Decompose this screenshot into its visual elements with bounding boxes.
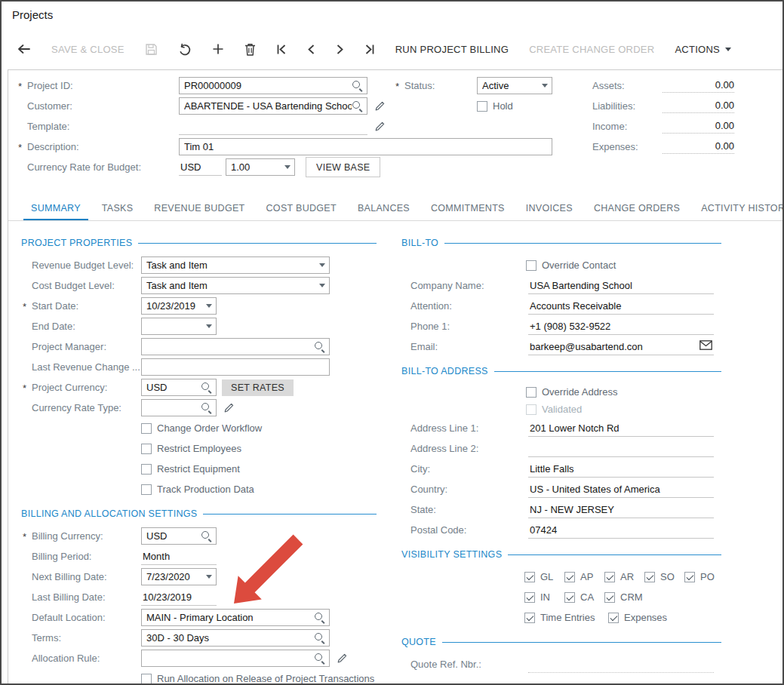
- tab-balances[interactable]: BALANCES: [350, 195, 417, 221]
- tab-revenue-budget[interactable]: REVENUE BUDGET: [146, 195, 252, 221]
- tab-activity-history[interactable]: ACTIVITY HISTORY: [693, 195, 782, 221]
- end-date-picker[interactable]: [141, 318, 217, 335]
- restrict-employees-checkbox[interactable]: [141, 444, 152, 454]
- gl-checkbox[interactable]: [524, 572, 535, 582]
- search-icon[interactable]: [201, 382, 212, 393]
- in-checkbox[interactable]: [524, 592, 535, 603]
- undo-button[interactable]: [178, 43, 192, 56]
- view-base-button[interactable]: VIEW BASE: [306, 157, 380, 177]
- next-record-button[interactable]: [336, 44, 344, 55]
- state-label: State:: [401, 504, 528, 515]
- edit-allocation-rule-button[interactable]: [337, 653, 348, 664]
- set-rates-button[interactable]: SET RATES: [222, 379, 294, 396]
- crm-checkbox[interactable]: [604, 592, 615, 603]
- address-line2-input[interactable]: [528, 441, 714, 457]
- liabilities-label: Liabilities:: [592, 100, 663, 112]
- search-icon[interactable]: [201, 530, 212, 542]
- last-revenue-change-input[interactable]: [141, 358, 330, 376]
- visibility-in: IN: [524, 591, 564, 603]
- ca-checkbox[interactable]: [564, 592, 575, 603]
- email-input[interactable]: barkeep@usabartend.con: [528, 339, 714, 355]
- send-email-button[interactable]: [699, 340, 712, 352]
- previous-record-button[interactable]: [307, 44, 315, 55]
- ca-label: CA: [580, 591, 594, 603]
- default-location-input[interactable]: MAIN - Primary Location: [141, 609, 330, 626]
- description-input[interactable]: Tim 01: [179, 138, 552, 155]
- project-currency-input[interactable]: USD: [141, 379, 217, 396]
- allocation-rule-input[interactable]: [141, 650, 330, 667]
- country-input[interactable]: US - United States of America: [528, 481, 714, 498]
- customer-label: Customer:: [17, 100, 179, 112]
- change-order-workflow-checkbox[interactable]: [141, 423, 152, 434]
- track-production-data-checkbox[interactable]: [141, 484, 152, 495]
- search-icon[interactable]: [352, 100, 363, 112]
- customer-input[interactable]: ABARTENDE - USA Bartending School: [179, 97, 367, 115]
- search-icon[interactable]: [201, 402, 212, 413]
- add-button[interactable]: [212, 43, 224, 55]
- restrict-equipment-checkbox[interactable]: [141, 464, 152, 475]
- first-record-button[interactable]: [276, 44, 287, 55]
- postal-code-row: Postal Code: 07424: [401, 520, 721, 540]
- search-icon[interactable]: [314, 341, 325, 352]
- tab-tasks[interactable]: TASKS: [94, 195, 141, 221]
- plus-icon: [212, 43, 224, 55]
- phone1-input[interactable]: +1 (908) 532-9522: [528, 318, 714, 335]
- time-entries-label: Time Entries: [540, 612, 595, 623]
- save-and-close-button[interactable]: SAVE & CLOSE: [51, 44, 125, 55]
- back-button[interactable]: [16, 43, 31, 55]
- override-contact-checkbox[interactable]: [526, 260, 537, 271]
- hold-label: Hold: [493, 100, 513, 112]
- so-checkbox[interactable]: [644, 572, 655, 582]
- postal-code-input[interactable]: 07424: [528, 522, 714, 539]
- tab-change-orders[interactable]: CHANGE ORDERS: [586, 195, 687, 221]
- search-icon[interactable]: [314, 612, 325, 623]
- project-manager-input[interactable]: [141, 338, 330, 355]
- create-change-order-button[interactable]: CREATE CHANGE ORDER: [529, 44, 654, 55]
- actions-menu-button[interactable]: ACTIONS: [675, 44, 731, 55]
- city-input[interactable]: Little Falls: [528, 461, 714, 478]
- search-icon[interactable]: [314, 653, 325, 664]
- override-contact-row: Override Contact: [401, 255, 721, 275]
- budget-rate-combo[interactable]: 1.00: [226, 158, 295, 176]
- save-button[interactable]: [145, 43, 158, 56]
- edit-currency-rate-type-button[interactable]: [223, 402, 235, 413]
- hold-checkbox[interactable]: [477, 101, 487, 112]
- expenses-checkbox[interactable]: [608, 613, 619, 623]
- cost-budget-level-select[interactable]: Task and Item: [141, 277, 330, 294]
- last-billing-date-row: Last Billing Date: 10/23/2019: [21, 587, 377, 607]
- hold-row: Hold: [394, 96, 552, 116]
- edit-template-button[interactable]: [374, 121, 386, 132]
- start-date-picker[interactable]: 10/23/2019: [141, 297, 217, 315]
- revenue-budget-level-select[interactable]: Task and Item: [141, 256, 330, 274]
- ap-checkbox[interactable]: [564, 572, 575, 582]
- project-id-input[interactable]: PR00000009: [179, 77, 367, 94]
- attention-input[interactable]: Accounts Receivable: [528, 298, 714, 315]
- address-line1-input[interactable]: 201 Lower Notch Rd: [528, 420, 714, 437]
- last-billing-date-label: Last Billing Date:: [21, 591, 141, 603]
- company-name-input[interactable]: USA Bartending School: [528, 278, 714, 294]
- search-icon[interactable]: [314, 632, 325, 644]
- billing-currency-input[interactable]: USD: [141, 527, 217, 545]
- next-billing-date-picker[interactable]: 7/23/2020: [141, 568, 217, 585]
- tab-cost-budget[interactable]: COST BUDGET: [259, 195, 344, 221]
- po-checkbox[interactable]: [684, 572, 695, 582]
- time-entries-checkbox[interactable]: [524, 613, 535, 623]
- currency-rate-type-input[interactable]: [141, 399, 217, 416]
- run-project-billing-button[interactable]: RUN PROJECT BILLING: [395, 44, 509, 55]
- section-rule: [138, 243, 377, 244]
- override-address-checkbox[interactable]: [526, 387, 537, 398]
- edit-customer-button[interactable]: [374, 100, 386, 112]
- terms-input[interactable]: 30D - 30 Days: [141, 629, 330, 647]
- visibility-settings-section-header: VISIBILITY SETTINGS: [401, 545, 721, 564]
- run-allocation-checkbox[interactable]: [141, 674, 152, 684]
- last-record-button[interactable]: [364, 44, 375, 55]
- search-icon[interactable]: [352, 80, 363, 91]
- status-select[interactable]: Active: [477, 77, 552, 94]
- tab-commitments[interactable]: COMMITMENTS: [423, 195, 512, 221]
- tab-invoices[interactable]: INVOICES: [518, 195, 580, 221]
- tab-summary[interactable]: SUMMARY: [23, 195, 88, 221]
- delete-button[interactable]: [244, 43, 256, 56]
- state-input[interactable]: NJ - NEW JERSEY: [528, 502, 714, 518]
- ar-checkbox[interactable]: [604, 572, 615, 582]
- template-input[interactable]: [179, 118, 367, 135]
